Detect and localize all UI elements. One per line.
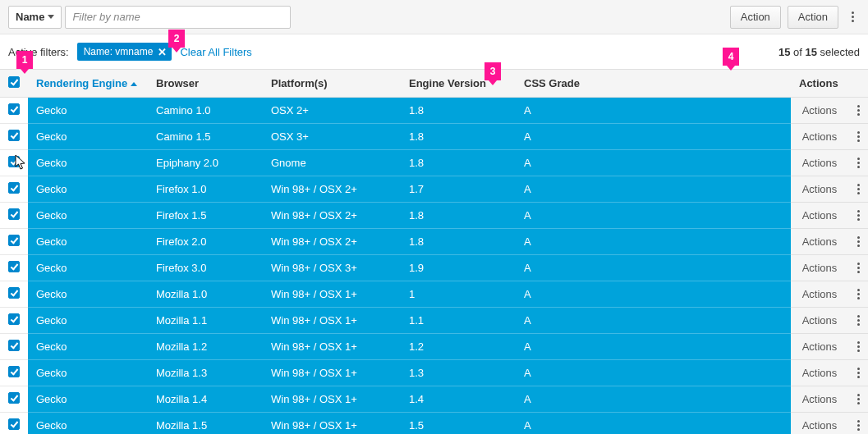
row-checkbox-cell	[0, 150, 28, 176]
row-checkbox[interactable]	[8, 313, 20, 325]
table-row[interactable]: GeckoMozilla 1.4Win 98+ / OSX 1+1.4AActi…	[0, 386, 868, 413]
cell-platform: Win 98+ / OSX 1+	[263, 360, 401, 386]
row-kebab-icon[interactable]	[848, 386, 868, 413]
cell-grade: A	[516, 308, 791, 334]
row-kebab-icon[interactable]	[848, 98, 868, 124]
row-checkbox[interactable]	[8, 366, 20, 377]
row-actions-button[interactable]: Actions	[791, 255, 848, 281]
data-table: Rendering Engine Browser Platform(s) Eng…	[0, 69, 868, 434]
filters-row: Active filters: Name: vmname ✕ Clear All…	[0, 34, 868, 69]
cell-version: 1.8	[401, 150, 516, 176]
row-checkbox[interactable]	[8, 235, 20, 246]
cell-engine: Gecko	[28, 281, 148, 308]
cell-grade: A	[516, 203, 791, 229]
cell-engine: Gecko	[28, 98, 148, 124]
row-actions-button[interactable]: Actions	[791, 98, 848, 124]
cell-platform: Win 98+ / OSX 3+	[263, 255, 401, 281]
cell-version: 1.8	[401, 98, 516, 124]
cell-platform: OSX 3+	[263, 124, 401, 150]
table-row[interactable]: GeckoFirefox 1.0Win 98+ / OSX 2+1.7AActi…	[0, 176, 868, 203]
row-kebab-icon[interactable]	[848, 308, 868, 334]
cell-grade: A	[516, 229, 791, 255]
col-platforms[interactable]: Platform(s)	[263, 70, 401, 98]
cell-browser: Mozilla 1.0	[148, 281, 263, 308]
row-actions-button[interactable]: Actions	[791, 150, 848, 176]
row-checkbox-cell	[0, 308, 28, 334]
row-actions-button[interactable]: Actions	[791, 203, 848, 229]
cell-browser: Camino 1.0	[148, 98, 263, 124]
row-kebab-icon[interactable]	[848, 281, 868, 308]
cell-version: 1.8	[401, 203, 516, 229]
cell-browser: Epiphany 2.0	[148, 150, 263, 176]
table-row[interactable]: GeckoCamino 1.0OSX 2+1.8AActions	[0, 98, 868, 124]
filter-input[interactable]	[65, 6, 291, 29]
action-button-2[interactable]: Action	[788, 6, 838, 29]
row-kebab-icon[interactable]	[848, 176, 868, 203]
cell-grade: A	[516, 176, 791, 203]
table-row[interactable]: GeckoFirefox 1.5Win 98+ / OSX 2+1.8AActi…	[0, 203, 868, 229]
cell-engine: Gecko	[28, 150, 148, 176]
row-kebab-icon[interactable]	[848, 360, 868, 386]
table-row[interactable]: GeckoFirefox 2.0Win 98+ / OSX 2+1.8AActi…	[0, 229, 868, 255]
row-kebab-icon[interactable]	[848, 124, 868, 150]
row-checkbox-cell	[0, 203, 28, 229]
row-checkbox[interactable]	[8, 287, 20, 299]
cell-platform: Win 98+ / OSX 2+	[263, 176, 401, 203]
cell-version: 1	[401, 281, 516, 308]
select-all-checkbox[interactable]	[8, 76, 20, 88]
active-filters-label: Active filters:	[8, 46, 69, 58]
filter-chip: Name: vmname ✕	[77, 43, 172, 61]
table-row[interactable]: GeckoMozilla 1.1Win 98+ / OSX 1+1.1AActi…	[0, 308, 868, 334]
row-actions-button[interactable]: Actions	[791, 360, 848, 386]
row-actions-button[interactable]: Actions	[791, 308, 848, 334]
table-row[interactable]: GeckoEpiphany 2.0Gnome1.8AActions	[0, 150, 868, 176]
row-checkbox[interactable]	[8, 261, 20, 272]
clear-all-filters-link[interactable]: Clear All Filters	[180, 46, 251, 58]
cell-browser: Firefox 1.5	[148, 203, 263, 229]
row-checkbox-cell	[0, 98, 28, 124]
row-checkbox[interactable]	[8, 156, 20, 167]
toolbar-right: Action Action	[730, 6, 860, 29]
row-kebab-icon[interactable]	[848, 255, 868, 281]
table-row[interactable]: GeckoMozilla 1.3Win 98+ / OSX 1+1.3AActi…	[0, 360, 868, 386]
row-actions-button[interactable]: Actions	[791, 229, 848, 255]
row-checkbox[interactable]	[8, 392, 20, 404]
toolbar-kebab-icon[interactable]	[845, 6, 860, 29]
action-button-1[interactable]: Action	[730, 6, 781, 29]
table-row[interactable]: GeckoFirefox 3.0Win 98+ / OSX 3+1.9AActi…	[0, 255, 868, 281]
row-kebab-icon[interactable]	[848, 334, 868, 360]
row-kebab-icon[interactable]	[848, 203, 868, 229]
table-row[interactable]: GeckoMozilla 1.5Win 98+ / OSX 1+1.5AActi…	[0, 413, 868, 435]
col-css-grade[interactable]: CSS Grade	[516, 70, 791, 98]
col-browser[interactable]: Browser	[148, 70, 263, 98]
row-checkbox[interactable]	[8, 103, 20, 115]
row-checkbox[interactable]	[8, 208, 20, 220]
close-icon[interactable]: ✕	[158, 46, 167, 58]
row-actions-button[interactable]: Actions	[791, 413, 848, 435]
row-kebab-icon[interactable]	[848, 229, 868, 255]
table-row[interactable]: GeckoMozilla 1.0Win 98+ / OSX 1+1AAction…	[0, 281, 868, 308]
filter-type-dropdown[interactable]: Name	[8, 6, 62, 29]
cell-engine: Gecko	[28, 413, 148, 435]
col-engine-version[interactable]: Engine Version	[401, 70, 516, 98]
row-kebab-icon[interactable]	[848, 150, 868, 176]
row-actions-button[interactable]: Actions	[791, 176, 848, 203]
table-row[interactable]: GeckoCamino 1.5OSX 3+1.8AActions	[0, 124, 868, 150]
row-checkbox[interactable]	[8, 340, 20, 351]
row-actions-button[interactable]: Actions	[791, 281, 848, 308]
selection-info: 15 of 15 selected	[778, 46, 860, 58]
col-menu	[848, 70, 868, 98]
row-actions-button[interactable]: Actions	[791, 124, 848, 150]
row-checkbox[interactable]	[8, 182, 20, 194]
col-rendering-engine[interactable]: Rendering Engine	[28, 70, 148, 98]
cell-engine: Gecko	[28, 334, 148, 360]
cell-platform: Win 98+ / OSX 2+	[263, 203, 401, 229]
row-actions-button[interactable]: Actions	[791, 386, 848, 413]
row-checkbox[interactable]	[8, 418, 20, 430]
cell-browser: Mozilla 1.1	[148, 308, 263, 334]
row-kebab-icon[interactable]	[848, 413, 868, 435]
row-checkbox[interactable]	[8, 130, 20, 141]
row-actions-button[interactable]: Actions	[791, 334, 848, 360]
table-row[interactable]: GeckoMozilla 1.2Win 98+ / OSX 1+1.2AActi…	[0, 334, 868, 360]
filter-type-label: Name	[16, 11, 44, 23]
